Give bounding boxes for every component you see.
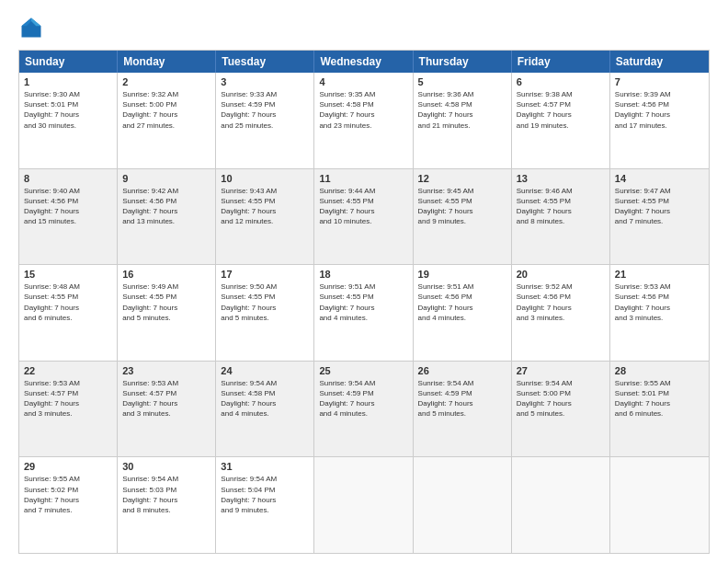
cell-details: Sunrise: 9:54 AM Sunset: 4:59 PM Dayligh…	[418, 378, 506, 419]
cell-details: Sunrise: 9:53 AM Sunset: 4:56 PM Dayligh…	[615, 282, 704, 323]
calendar-row-2: 8Sunrise: 9:40 AM Sunset: 4:56 PM Daylig…	[19, 168, 709, 265]
calendar-cell: 8Sunrise: 9:40 AM Sunset: 4:56 PM Daylig…	[19, 169, 118, 265]
calendar-cell: 19Sunrise: 9:51 AM Sunset: 4:56 PM Dayli…	[414, 265, 512, 361]
calendar-cell: 30Sunrise: 9:54 AM Sunset: 5:03 PM Dayli…	[118, 457, 216, 553]
cell-details: Sunrise: 9:54 AM Sunset: 4:59 PM Dayligh…	[319, 378, 407, 419]
cell-details: Sunrise: 9:33 AM Sunset: 4:59 PM Dayligh…	[221, 89, 309, 131]
calendar-cell	[414, 457, 512, 553]
calendar-cell	[512, 457, 610, 553]
cell-details: Sunrise: 9:54 AM Sunset: 4:58 PM Dayligh…	[221, 378, 309, 419]
logo	[18, 15, 48, 40]
day-number: 24	[221, 365, 309, 376]
cell-details: Sunrise: 9:54 AM Sunset: 5:03 PM Dayligh…	[122, 474, 210, 515]
day-number: 14	[615, 173, 704, 184]
day-number: 20	[517, 269, 605, 280]
calendar-cell: 12Sunrise: 9:45 AM Sunset: 4:55 PM Dayli…	[414, 169, 512, 265]
cell-details: Sunrise: 9:32 AM Sunset: 5:00 PM Dayligh…	[122, 89, 210, 131]
day-number: 21	[615, 269, 704, 280]
day-number: 2	[122, 76, 210, 87]
day-number: 10	[221, 173, 309, 184]
header-day-sunday: Sunday	[19, 51, 118, 73]
day-number: 13	[517, 173, 605, 184]
calendar-cell: 20Sunrise: 9:52 AM Sunset: 4:56 PM Dayli…	[512, 265, 610, 361]
day-number: 11	[319, 173, 407, 184]
day-number: 15	[24, 269, 112, 280]
calendar-cell: 15Sunrise: 9:48 AM Sunset: 4:55 PM Dayli…	[19, 265, 118, 361]
day-number: 25	[319, 365, 407, 376]
calendar-cell: 13Sunrise: 9:46 AM Sunset: 4:55 PM Dayli…	[512, 169, 610, 265]
calendar-cell: 5Sunrise: 9:36 AM Sunset: 4:58 PM Daylig…	[414, 73, 512, 168]
calendar-cell: 25Sunrise: 9:54 AM Sunset: 4:59 PM Dayli…	[314, 362, 413, 457]
calendar-body: 1Sunrise: 9:30 AM Sunset: 5:01 PM Daylig…	[19, 73, 709, 553]
calendar-cell: 9Sunrise: 9:42 AM Sunset: 4:56 PM Daylig…	[118, 169, 216, 265]
day-number: 3	[221, 76, 309, 87]
calendar-cell	[610, 457, 709, 553]
cell-details: Sunrise: 9:51 AM Sunset: 4:56 PM Dayligh…	[418, 282, 506, 323]
calendar-cell: 1Sunrise: 9:30 AM Sunset: 5:01 PM Daylig…	[19, 73, 118, 168]
cell-details: Sunrise: 9:53 AM Sunset: 4:57 PM Dayligh…	[122, 378, 210, 419]
cell-details: Sunrise: 9:43 AM Sunset: 4:55 PM Dayligh…	[221, 186, 309, 227]
cell-details: Sunrise: 9:54 AM Sunset: 5:04 PM Dayligh…	[221, 474, 309, 515]
calendar-cell: 29Sunrise: 9:55 AM Sunset: 5:02 PM Dayli…	[19, 457, 118, 553]
calendar-cell: 27Sunrise: 9:54 AM Sunset: 5:00 PM Dayli…	[512, 362, 610, 457]
header-day-friday: Friday	[512, 51, 610, 73]
calendar-cell: 21Sunrise: 9:53 AM Sunset: 4:56 PM Dayli…	[610, 265, 709, 361]
cell-details: Sunrise: 9:38 AM Sunset: 4:57 PM Dayligh…	[517, 89, 605, 131]
day-number: 7	[615, 76, 704, 87]
cell-details: Sunrise: 9:55 AM Sunset: 5:01 PM Dayligh…	[615, 378, 704, 419]
header-day-saturday: Saturday	[610, 51, 709, 73]
cell-details: Sunrise: 9:48 AM Sunset: 4:55 PM Dayligh…	[24, 282, 112, 323]
day-number: 31	[221, 461, 309, 472]
cell-details: Sunrise: 9:50 AM Sunset: 4:55 PM Dayligh…	[221, 282, 309, 323]
day-number: 9	[122, 173, 210, 184]
page: SundayMondayTuesdayWednesdayThursdayFrid…	[0, 0, 728, 563]
calendar-header: SundayMondayTuesdayWednesdayThursdayFrid…	[19, 51, 709, 73]
calendar-cell: 16Sunrise: 9:49 AM Sunset: 4:55 PM Dayli…	[118, 265, 216, 361]
day-number: 12	[418, 173, 506, 184]
calendar-cell: 4Sunrise: 9:35 AM Sunset: 4:58 PM Daylig…	[314, 73, 413, 168]
cell-details: Sunrise: 9:52 AM Sunset: 4:56 PM Dayligh…	[517, 282, 605, 323]
calendar-cell	[314, 457, 413, 553]
cell-details: Sunrise: 9:51 AM Sunset: 4:55 PM Dayligh…	[319, 282, 407, 323]
day-number: 29	[24, 461, 112, 472]
cell-details: Sunrise: 9:35 AM Sunset: 4:58 PM Dayligh…	[319, 89, 407, 131]
calendar-cell: 31Sunrise: 9:54 AM Sunset: 5:04 PM Dayli…	[216, 457, 314, 553]
day-number: 8	[24, 173, 112, 184]
day-number: 18	[319, 269, 407, 280]
cell-details: Sunrise: 9:30 AM Sunset: 5:01 PM Dayligh…	[24, 89, 112, 131]
calendar-cell: 2Sunrise: 9:32 AM Sunset: 5:00 PM Daylig…	[118, 73, 216, 168]
cell-details: Sunrise: 9:53 AM Sunset: 4:57 PM Dayligh…	[24, 378, 112, 419]
calendar: SundayMondayTuesdayWednesdayThursdayFrid…	[18, 50, 710, 554]
calendar-row-3: 15Sunrise: 9:48 AM Sunset: 4:55 PM Dayli…	[19, 264, 709, 361]
calendar-cell: 10Sunrise: 9:43 AM Sunset: 4:55 PM Dayli…	[216, 169, 314, 265]
header-day-wednesday: Wednesday	[314, 51, 413, 73]
day-number: 23	[122, 365, 210, 376]
day-number: 1	[24, 76, 112, 87]
calendar-cell: 6Sunrise: 9:38 AM Sunset: 4:57 PM Daylig…	[512, 73, 610, 168]
calendar-cell: 7Sunrise: 9:39 AM Sunset: 4:56 PM Daylig…	[610, 73, 709, 168]
day-number: 16	[122, 269, 210, 280]
cell-details: Sunrise: 9:40 AM Sunset: 4:56 PM Dayligh…	[24, 186, 112, 227]
day-number: 19	[418, 269, 506, 280]
calendar-cell: 24Sunrise: 9:54 AM Sunset: 4:58 PM Dayli…	[216, 362, 314, 457]
cell-details: Sunrise: 9:54 AM Sunset: 5:00 PM Dayligh…	[517, 378, 605, 419]
calendar-row-4: 22Sunrise: 9:53 AM Sunset: 4:57 PM Dayli…	[19, 361, 709, 457]
calendar-cell: 14Sunrise: 9:47 AM Sunset: 4:55 PM Dayli…	[610, 169, 709, 265]
cell-details: Sunrise: 9:47 AM Sunset: 4:55 PM Dayligh…	[615, 186, 704, 227]
cell-details: Sunrise: 9:45 AM Sunset: 4:55 PM Dayligh…	[418, 186, 506, 227]
cell-details: Sunrise: 9:55 AM Sunset: 5:02 PM Dayligh…	[24, 474, 112, 515]
header-day-tuesday: Tuesday	[216, 51, 314, 73]
cell-details: Sunrise: 9:44 AM Sunset: 4:55 PM Dayligh…	[319, 186, 407, 227]
day-number: 26	[418, 365, 506, 376]
calendar-cell: 18Sunrise: 9:51 AM Sunset: 4:55 PM Dayli…	[314, 265, 413, 361]
day-number: 17	[221, 269, 309, 280]
calendar-row-5: 29Sunrise: 9:55 AM Sunset: 5:02 PM Dayli…	[19, 456, 709, 553]
header-day-monday: Monday	[118, 51, 216, 73]
cell-details: Sunrise: 9:36 AM Sunset: 4:58 PM Dayligh…	[418, 89, 506, 131]
day-number: 22	[24, 365, 112, 376]
calendar-cell: 11Sunrise: 9:44 AM Sunset: 4:55 PM Dayli…	[314, 169, 413, 265]
logo-icon	[18, 15, 44, 40]
cell-details: Sunrise: 9:49 AM Sunset: 4:55 PM Dayligh…	[122, 282, 210, 323]
day-number: 6	[517, 76, 605, 87]
day-number: 5	[418, 76, 506, 87]
